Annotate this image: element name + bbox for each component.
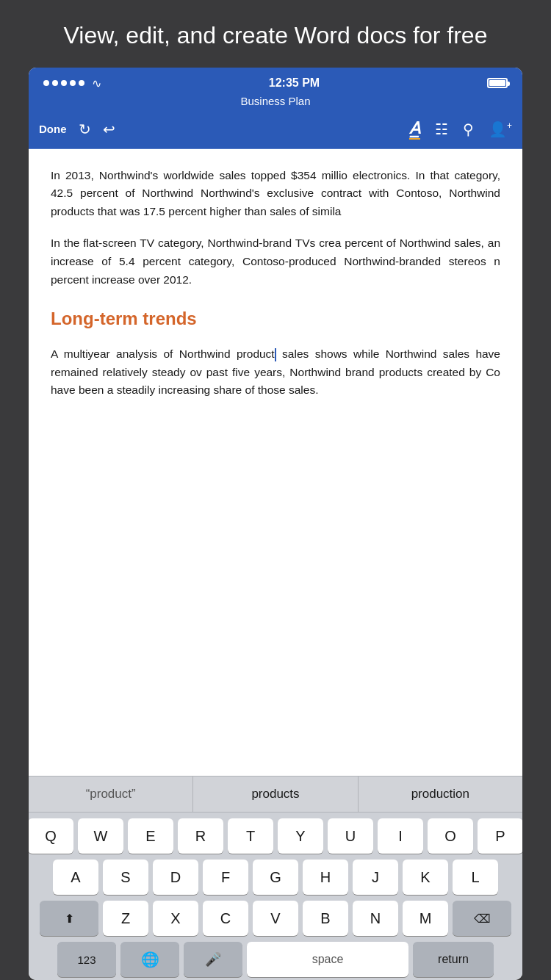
key-n[interactable]: N [353,901,398,936]
key-e[interactable]: E [128,818,173,854]
status-time: 12:35 PM [269,76,320,90]
key-p[interactable]: P [478,818,522,854]
status-left: ∿ [43,76,101,90]
key-a[interactable]: A [53,860,98,895]
battery-icon [487,78,508,88]
document-title: Business Plan [43,95,508,113]
key-t[interactable]: T [228,818,273,854]
return-key[interactable]: return [413,942,494,977]
keyboard: Q W E R T Y U I O P A S D F G H J K L ⬆ … [29,813,522,980]
status-row: ∿ 12:35 PM [43,76,508,95]
toolbar-right: A̲ ☷ ⚲ 👤+ [409,119,512,140]
key-u[interactable]: U [328,818,373,854]
key-d[interactable]: D [153,860,198,895]
toolbar: Done ↻ ↩ A̲ ☷ ⚲ 👤+ [29,113,522,149]
structured-list-icon[interactable]: ☷ [435,120,448,138]
paragraph-2: In the flat-screen TV category, Northwin… [51,234,500,289]
autocomplete-option-3[interactable]: production [359,777,522,812]
done-button[interactable]: Done [39,123,67,135]
shift-key[interactable]: ⬆ [40,901,98,936]
status-bar: ∿ 12:35 PM Business Plan [29,68,522,113]
autocomplete-bar: “product” products production [29,776,522,813]
key-g[interactable]: G [253,860,298,895]
key-j[interactable]: J [353,860,398,895]
keyboard-row-3: ⬆ Z X C V B N M ⌫ [32,901,519,936]
promo-text: View, edit, and create Word docs for fre… [64,22,488,48]
paragraph-3: A multiyear analysis of Northwind produc… [51,345,500,400]
key-x[interactable]: X [153,901,198,936]
key-w[interactable]: W [78,818,123,854]
promo-banner: View, edit, and create Word docs for fre… [0,0,551,68]
key-s[interactable]: S [103,860,148,895]
key-r[interactable]: R [178,818,223,854]
key-b[interactable]: B [303,901,348,936]
phone-frame: ∿ 12:35 PM Business Plan Done ↻ ↩ A̲ ☷ ⚲… [29,68,522,980]
key-l[interactable]: L [453,860,498,895]
keyboard-row-1: Q W E R T Y U I O P [32,818,519,854]
status-right [487,78,508,88]
key-h[interactable]: H [303,860,348,895]
search-icon[interactable]: ⚲ [463,120,474,138]
sync-icon[interactable]: ↻ [79,120,91,138]
paragraph-3-before-cursor: A multiyear analysis of Northwind produc… [51,347,275,360]
toolbar-left: Done ↻ ↩ [39,120,115,138]
keyboard-row-4: 123 🌐 🎤 space return [32,942,519,977]
key-c[interactable]: C [203,901,248,936]
globe-key[interactable]: 🌐 [120,942,179,977]
add-user-icon[interactable]: 👤+ [489,120,512,138]
key-i[interactable]: I [378,818,423,854]
backspace-key[interactable]: ⌫ [453,901,511,936]
key-o[interactable]: O [428,818,473,854]
undo-icon[interactable]: ↩ [103,120,115,138]
microphone-key[interactable]: 🎤 [184,942,242,977]
section-heading: Long-term trends [51,305,500,333]
autocomplete-option-2[interactable]: products [193,777,358,812]
wifi-icon: ∿ [92,76,101,90]
key-q[interactable]: Q [29,818,73,854]
space-key[interactable]: space [247,942,408,977]
document-content: In 2013, Northwind's worldwide sales top… [29,149,522,776]
key-m[interactable]: M [403,901,448,936]
keyboard-row-2: A S D F G H J K L [32,860,519,895]
text-format-icon[interactable]: A̲ [409,119,420,140]
key-y[interactable]: Y [278,818,323,854]
key-z[interactable]: Z [103,901,148,936]
key-k[interactable]: K [403,860,448,895]
key-f[interactable]: F [203,860,248,895]
signal-strength-icon [43,80,84,86]
numbers-key[interactable]: 123 [57,942,116,977]
paragraph-1: In 2013, Northwind's worldwide sales top… [51,167,500,221]
key-v[interactable]: V [253,901,298,936]
autocomplete-option-1[interactable]: “product” [29,777,193,812]
